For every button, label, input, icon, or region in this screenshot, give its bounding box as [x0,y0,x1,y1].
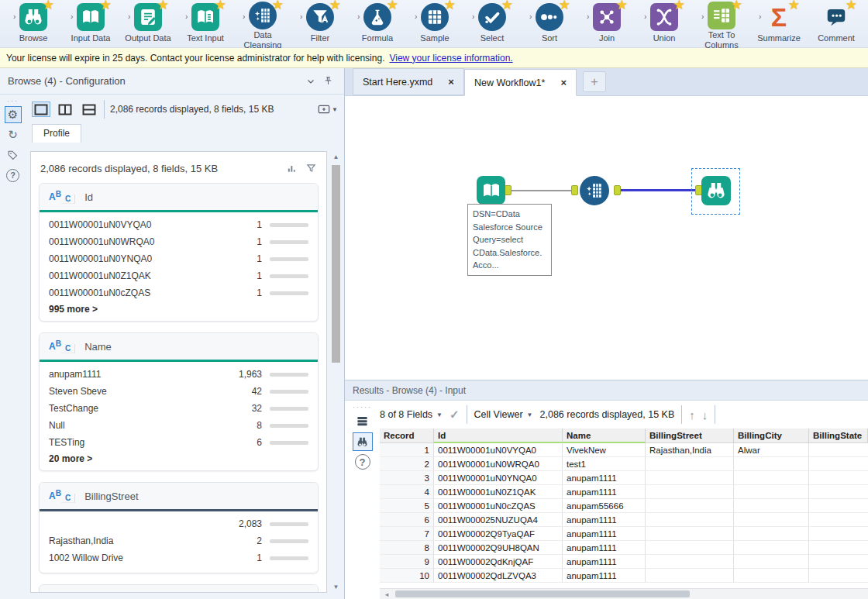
filter-funnel-icon[interactable] [305,163,317,174]
open-new-window-button[interactable]: ▼ [318,102,338,117]
split-vertical-button[interactable] [56,102,74,117]
cell-viewer-dropdown[interactable]: Cell Viewer▼ [474,409,533,420]
profile-row: 0011W00001uN0Z1QAK1 [40,267,318,284]
tool-label: Text Input [187,33,224,43]
field-card-billingcity: ABC BillingCity [39,584,319,593]
table-row[interactable]: 70011W00002Q9TyaQAFanupam1111 [380,527,868,541]
data-view-button[interactable] [353,432,373,451]
value-bar [270,291,308,295]
scrollbar-thumb[interactable] [395,590,690,597]
data-cleansing-icon [580,176,609,205]
results-body: ····· ? 8 of 8 Fields▼ ✓ [345,401,868,599]
column-header-id[interactable]: Id [434,429,563,443]
tab-start-here[interactable]: Start Here.yxmd × [353,68,464,95]
field-card-id: ABC Id 0011W00001uN0VYQA01 0011W00001uN0… [39,183,319,322]
arrow-down-icon[interactable]: ↓ [702,408,708,422]
canvas-browse-tool[interactable] [701,176,731,205]
tool-sort[interactable]: › ★ Sort [521,2,578,47]
profile-vertical-scrollbar[interactable]: ▲ ▼ [330,151,342,593]
bar-chart-icon[interactable] [286,163,298,174]
table-row[interactable]: 90011W00002QdKnjQAFanupam1111 [380,555,868,569]
help-tab[interactable]: ? [5,167,22,184]
scrollbar-thumb[interactable] [332,165,340,363]
collapse-chevron-icon[interactable] [302,73,319,90]
tool-annotation[interactable]: DSN=CData Salesforce Source Query=select… [467,204,552,276]
tool-sample[interactable]: › ★ Sample [406,2,463,47]
more-values-link[interactable]: 20 more > [40,451,318,470]
help-button[interactable]: ? [355,454,370,470]
tab-new-workflow1[interactable]: New Workflow1* × [464,69,577,96]
drag-handle-dots[interactable]: ····· [353,403,372,411]
drag-handle-dots[interactable]: ··· [7,97,19,105]
tool-browse[interactable]: › ★ Browse [5,2,62,47]
profile-tab[interactable]: Profile [32,124,81,143]
results-horizontal-scrollbar[interactable]: ◂ [380,588,868,599]
field-card-header[interactable]: ABC BillingStreet [40,483,318,509]
table-row[interactable]: 80011W00002Q9UH8QANanupam1111 [380,541,868,555]
annotation-tab[interactable] [5,146,22,164]
tool-comment[interactable]: ★ Comment [808,2,865,47]
tool-filter[interactable]: › ★ Filter [291,2,349,47]
tool-join[interactable]: › ★ Join [578,2,636,47]
scroll-up-icon[interactable]: ▲ [330,151,342,163]
tab-label: Start Here.yxmd [363,77,432,88]
field-card-header[interactable]: ABC BillingCity [40,585,318,593]
tool-select[interactable]: › ★ Select [463,2,521,47]
split-horizontal-button[interactable] [80,102,98,117]
scroll-left-icon[interactable]: ◂ [381,589,392,599]
tool-input-data[interactable]: › ★ Input Data [62,2,119,47]
value-bar [270,274,308,278]
value-bar [270,424,308,428]
canvas-input-data-tool[interactable] [477,176,505,205]
tool-label: Sort [542,33,557,43]
column-header-name[interactable]: Name [563,429,646,443]
table-row[interactable]: 50011W00001uN0cZQASanupam55666 [380,499,868,513]
favorite-star-icon: ★ [43,0,54,12]
workflow-canvas[interactable]: DSN=CData Salesforce Source Query=select… [345,96,868,380]
tool-union[interactable]: › ★ Union [636,2,693,47]
field-card-header[interactable]: ABC Name [40,333,318,360]
check-icon[interactable]: ✓ [450,408,460,422]
profile-row: 1002 Willow Drive1 [40,549,318,566]
license-info-link[interactable]: View your license information. [389,53,512,64]
column-header-billingstate[interactable]: BillingState [809,429,868,443]
table-row[interactable]: 40011W00001uN0Z1QAKanupam1111 [380,485,868,499]
fields-dropdown[interactable]: 8 of 8 Fields▼ [380,409,443,420]
tool-formula[interactable]: › ★ Formula [349,2,406,47]
column-header-billingcity[interactable]: BillingCity [734,429,809,443]
tool-label: Summarize [757,33,801,43]
single-pane-button[interactable] [32,102,50,117]
table-row[interactable]: 10011W00001uN0VYQA0VivekNewRajasthan,Ind… [380,443,868,457]
table-row[interactable]: 30011W00001uN0YNQA0anupam1111 [380,471,868,485]
close-icon[interactable]: × [448,76,454,88]
value-bar [270,556,308,560]
table-row[interactable]: 20011W00001uN0WRQA0test1 [380,457,868,471]
column-header-record[interactable]: Record [380,429,434,443]
metadata-view-button[interactable] [354,412,371,429]
column-header-billingstreet[interactable]: BillingStreet [646,429,734,443]
close-icon[interactable]: × [560,77,567,88]
canvas-data-cleansing-tool[interactable] [580,176,609,205]
tool-text-to-columns[interactable]: › ★ Text To Columns [693,2,750,47]
add-tab-button[interactable]: + [583,71,606,92]
pin-icon[interactable] [319,73,336,90]
arrow-up-icon[interactable]: ↑ [689,408,695,422]
profile-row: Null8 [40,417,318,434]
scroll-down-icon[interactable]: ▼ [330,581,342,593]
table-row[interactable]: 100011W00002QdLZVQA3anupam1111 [380,569,868,583]
workflow-tab-bar: Start Here.yxmd × New Workflow1* × + [345,68,868,96]
configuration-gear-tab[interactable]: ⚙ [5,106,22,123]
tool-text-input[interactable]: › ★ Text Input [177,2,234,47]
abc-string-type-icon: ABC [49,191,75,203]
more-values-link[interactable]: 995 more > [40,301,318,321]
tool-data-cleansing[interactable]: › ★ Data Cleansing [234,2,291,47]
field-card-header[interactable]: ABC Id [40,184,318,210]
run-options-tab[interactable]: ↻ [5,126,22,143]
table-row[interactable]: 60011W000025NUZUQA4anupam1111 [380,513,868,527]
tool-label: Join [599,33,615,43]
tag-icon [7,150,19,161]
anchor-chevron-icon: › [357,12,360,21]
tool-label: Select [480,33,505,43]
tool-output-data[interactable]: › ★ Output Data [119,2,177,47]
tool-summarize[interactable]: › Σ ★ Summarize [750,2,808,47]
